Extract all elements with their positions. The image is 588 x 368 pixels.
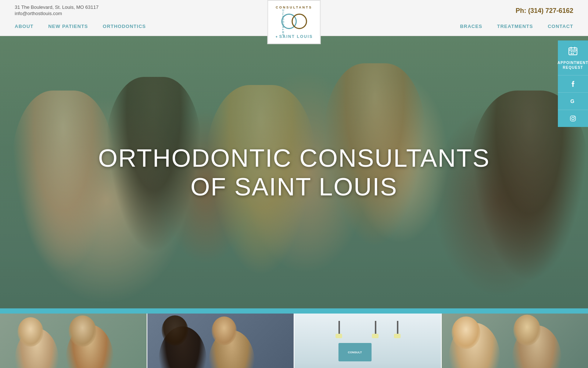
nav-braces[interactable]: BRACES: [460, 21, 483, 32]
card-1-bg: [0, 314, 147, 368]
card-3-bg: CONSULT: [294, 314, 441, 368]
svg-rect-6: [574, 51, 576, 52]
header: 31 The Boulevard, St. Louis, MO 63117 in…: [0, 0, 588, 36]
card-3: CONSULT: [294, 314, 442, 368]
appointment-button[interactable]: APPOINTMENT REQUEST: [558, 40, 588, 75]
svg-text:G: G: [570, 98, 574, 104]
nav-new-patients[interactable]: NEW PATIENTS: [48, 21, 88, 32]
instagram-button[interactable]: [558, 110, 588, 127]
contact-info: 31 The Boulevard, St. Louis, MO 63117 in…: [15, 4, 98, 17]
nav-treatments[interactable]: TREATMENTS: [497, 21, 533, 32]
card-4-bg: [442, 314, 588, 368]
appointment-label: APPOINTMENT REQUEST: [557, 60, 588, 70]
facebook-button[interactable]: [558, 75, 588, 93]
svg-rect-8: [573, 53, 574, 54]
logo-circles: [281, 11, 307, 33]
nav-orthodontics[interactable]: ORTHODONTICS: [103, 21, 146, 32]
card-4: [442, 314, 588, 368]
nav-contact[interactable]: CONTACT: [548, 21, 573, 32]
svg-point-11: [572, 117, 574, 120]
address: 31 The Boulevard, St. Louis, MO 63117: [15, 4, 98, 10]
cards-row: CONSULT: [0, 314, 588, 368]
hero-content: ORTHODONTIC CONSULTANTS OF SAINT LOUIS: [0, 36, 588, 308]
nav-about[interactable]: ABOUT: [15, 21, 33, 32]
nav-right: BRACES TREATMENTS CONTACT: [460, 21, 573, 32]
email: info@orthostlouis.com: [15, 11, 98, 16]
card-2-bg: [147, 314, 294, 368]
hero-section: ORTHODONTIC CONSULTANTS OF SAINT LOUIS: [0, 36, 588, 308]
card-1: [0, 314, 147, 368]
logo-circle-right: [291, 14, 307, 29]
svg-point-12: [574, 117, 575, 117]
phone-number: Ph: (314) 727-6162: [516, 7, 573, 15]
nav-left: ABOUT NEW PATIENTS ORTHODONTICS: [15, 21, 146, 32]
google-button[interactable]: G: [558, 93, 588, 110]
logo[interactable]: ORTHODONTIC CONSULTANTS ✦ SAINT LOUIS: [268, 0, 321, 44]
logo-consultants: CONSULTANTS: [276, 6, 312, 9]
calendar-icon: [568, 46, 578, 58]
logo-saint-louis: ✦ SAINT LOUIS: [275, 34, 313, 39]
teal-strip: [0, 308, 588, 314]
svg-rect-7: [571, 53, 572, 54]
svg-rect-4: [571, 51, 572, 52]
svg-rect-5: [573, 51, 574, 52]
side-panel: APPOINTMENT REQUEST G: [558, 40, 588, 127]
hero-title: ORTHODONTIC CONSULTANTS OF SAINT LOUIS: [98, 144, 490, 201]
card-2: [147, 314, 295, 368]
